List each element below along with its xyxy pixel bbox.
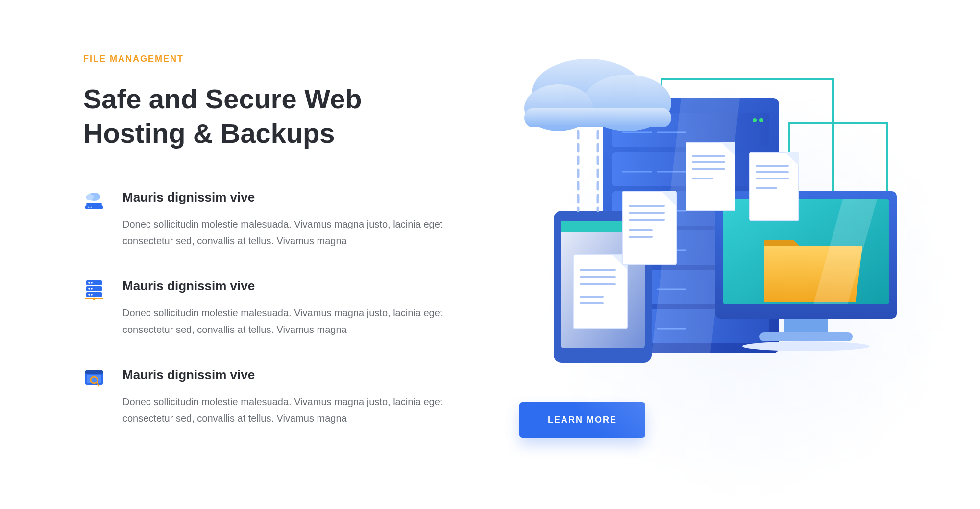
svg-rect-2: [86, 203, 102, 205]
feature-item: Mauris dignissim vive Donec sollicitudin…: [83, 367, 466, 427]
left-column: FILE MANAGEMENT Safe and Secure Web Host…: [83, 54, 466, 456]
svg-rect-85: [750, 152, 799, 221]
section-title: Safe and Secure Web Hosting & Backups: [83, 82, 466, 151]
svg-point-31: [760, 118, 763, 122]
right-column: LEARN MORE: [505, 54, 906, 456]
svg-rect-63: [760, 332, 853, 341]
svg-point-30: [753, 118, 757, 122]
svg-point-4: [88, 207, 90, 208]
svg-point-64: [742, 341, 870, 351]
feature-title: Mauris dignissim vive: [122, 190, 466, 205]
svg-rect-3: [85, 205, 103, 209]
svg-point-16: [93, 298, 96, 300]
svg-point-11: [88, 288, 90, 290]
svg-rect-18: [85, 370, 103, 374]
eyebrow-label: FILE MANAGEMENT: [83, 54, 466, 64]
svg-point-13: [88, 294, 90, 296]
svg-rect-53: [573, 255, 627, 329]
cloud-server-icon: [83, 190, 105, 211]
feature-title: Mauris dignissim vive: [122, 279, 466, 294]
hero-illustration: [505, 54, 906, 387]
feature-item: Mauris dignissim vive Donec sollicitudin…: [83, 279, 466, 338]
svg-point-9: [88, 282, 90, 284]
svg-rect-79: [686, 142, 735, 211]
svg-point-12: [91, 288, 93, 290]
svg-point-14: [91, 294, 93, 296]
feature-item: Mauris dignissim vive Donec sollicitudin…: [83, 190, 466, 249]
feature-desc: Donec sollicitudin molestie malesuada. V…: [122, 393, 466, 427]
svg-point-1: [86, 194, 94, 200]
svg-point-10: [91, 282, 93, 284]
svg-rect-69: [524, 108, 671, 127]
svg-rect-62: [784, 319, 828, 333]
feature-desc: Donec sollicitudin molestie malesuada. V…: [122, 216, 466, 249]
server-rack-icon: [83, 279, 105, 300]
svg-point-5: [91, 207, 92, 208]
svg-rect-72: [622, 191, 676, 265]
browser-search-icon: [83, 367, 105, 389]
feature-title: Mauris dignissim vive: [122, 367, 466, 382]
feature-desc: Donec sollicitudin molestie malesuada. V…: [122, 305, 466, 338]
